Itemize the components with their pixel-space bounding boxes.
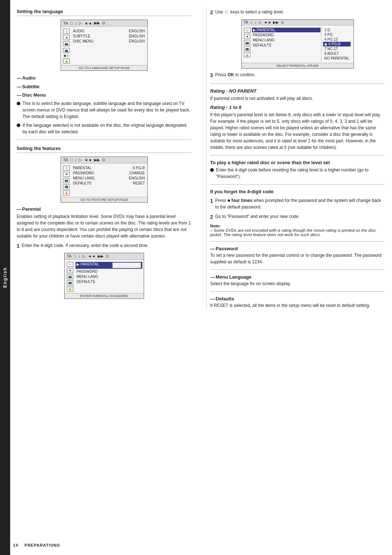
forget-step-2: 2 Go to "Password" and enter your new co… <box>210 213 385 221</box>
forget-step-2-num: 2 <box>210 213 213 221</box>
rating-1g: 1 G <box>323 28 350 32</box>
rating-noparent-heading: Rating - NO PARENT <box>210 88 385 94</box>
rating-6pgr: ◉ 6 PG-R <box>323 42 350 46</box>
screen-body-3: ♫ ◄ 📷 📺 🔒 ▶ PARENTAL ENTER CODE PASSWORD <box>65 260 144 293</box>
screen-body-4: ♫ ◄ 📷 📺 🔒 ▶ PARENTAL PASSWORD MENU LANG <box>242 25 354 63</box>
icon-audio-4: ♫ <box>244 28 250 33</box>
page-section: Preparations <box>25 543 60 547</box>
step-3-text: Press OK to confirm. <box>215 72 256 78</box>
icon-subtitle: ◄ <box>63 35 70 40</box>
menu-row-defaults: DEFAULTSRESET <box>72 181 146 186</box>
menu-row-password: PASSWORDCHANGE <box>72 171 146 175</box>
defaults-text: If RESET is selected, all the items in t… <box>210 302 385 309</box>
rating-noparent-text: If parental control is not activated, it… <box>210 95 385 102</box>
screen-footer-3: ENTER PARENTAL PASSWORD <box>65 293 144 299</box>
rating-1to8-heading: Rating - 1 to 8 <box>210 105 385 110</box>
step-2-row: 2 Use □ keys to select a rating level. <box>210 9 385 16</box>
bullet-icon-3 <box>210 168 214 172</box>
icons-col-4: ♫ ◄ 📷 📺 🔒 <box>243 27 251 61</box>
bullet-item-2: If the language selected is not availabl… <box>17 122 192 135</box>
bullet-icon-2 <box>17 123 20 127</box>
icon-lock: 🔒 <box>63 58 70 64</box>
note-block: Note: – Some DVDs are not encoded with a… <box>210 224 385 237</box>
screen-body-1: ♫ ◄ 📷 📺 ◉▷ 🔒 AUDIOENGLISH SUBTITLEENGLIS… <box>61 27 147 65</box>
icon-lock-2: 🔒 <box>63 190 70 195</box>
divider-7 <box>210 291 385 292</box>
screen-footer-1: GO TO LANGUAGE SETUP PAGE <box>61 65 147 70</box>
password-heading: Password <box>210 246 385 251</box>
rating-col: 1 G 3 PG 4 PG 13 ◉ 6 PG-R 7 NC-17 8 ADUL… <box>321 27 352 61</box>
bullet-text-1: This is to select the audio language, su… <box>23 100 192 120</box>
menu-row-password-4: PASSWORD <box>252 33 321 37</box>
step-1-num: 1 <box>17 242 20 250</box>
rating-7nc17: 7 NC-17 <box>323 46 350 51</box>
icon-camera-4: 📷 <box>244 40 250 45</box>
divider-4 <box>210 184 385 185</box>
icon-camera-3: 📷 <box>67 274 73 279</box>
menu-row-password-3: PASSWORD <box>75 269 142 274</box>
divider-3 <box>210 155 385 155</box>
menu-row-defaults-4: DEFAULTS <box>252 43 321 48</box>
step-3-num: 3 <box>210 72 213 79</box>
icon-audio-3: ♫ <box>67 262 73 267</box>
menu-row-menulang-3: MENU LANG <box>75 274 142 279</box>
side-tab-label: English <box>3 267 8 288</box>
screen-topbar-3: TA □ ♪ ▷ ◄◄ ▶▶ ⊙ <box>65 253 144 260</box>
forget-code-heading: If you forget the 4-digit code <box>210 189 385 194</box>
step-2-text: Use □ keys to select a rating level. <box>215 9 284 15</box>
dvd-screen-features: TA □ ♪ ▷ ◄◄ ▶▶ ⊙ ♫ ◄ 📷 📺 🔒 PARENTAL <box>61 157 148 203</box>
password-text: To set a new password for the parental c… <box>210 252 385 265</box>
left-column: Setting the language TA □ ♪ ▷ ◄◄ ▶▶ ⊙ ♫ … <box>17 7 195 310</box>
menu-col-3: ▶ PARENTAL ENTER CODE PASSWORD MENU LANG… <box>75 261 142 292</box>
menu-lang-heading: Menu Language <box>210 274 385 280</box>
screen-topbar-2: TA □ ♪ ▷ ◄◄ ▶▶ ⊙ <box>61 157 147 163</box>
bullet-item-1: This is to select the audio language, su… <box>17 100 192 120</box>
forget-step-2-text: Go to "Password" and enter your new code… <box>215 213 300 220</box>
menu-row-parental-4: ▶ PARENTAL <box>252 28 321 32</box>
dvd-screen-rating: TA □ ♪ ▷ ◄◄ ▶▶ ⊙ ♫ ◄ 📷 📺 🔒 ▶ PARENT <box>241 19 354 69</box>
enter-code-box: ENTER CODE <box>112 262 141 268</box>
icon-subtitle-3: ◄ <box>67 268 73 273</box>
divider-5 <box>210 241 385 242</box>
menu-row-defaults-3: DEFAULTS <box>75 279 142 284</box>
icon-tv-3: 📺 <box>67 280 73 285</box>
divider-6 <box>210 270 385 270</box>
parental-text: Enables setting of playback limitation l… <box>17 213 192 239</box>
icon-lock-4: 🔒 <box>244 52 250 57</box>
icons-col-3: ♫ ◄ 📷 📺 🔒 <box>66 261 74 292</box>
rating-4pg13: 4 PG 13 <box>323 37 350 42</box>
icon-camera-2: 📷 <box>63 178 70 183</box>
icon-audio: ♫ <box>63 29 70 34</box>
divider-2 <box>210 84 385 84</box>
page-num: 14 <box>13 543 18 547</box>
page-footer: 14 Preparations <box>13 543 60 548</box>
language-items: Audio Subtitle Disc Menu <box>17 74 192 99</box>
section-language-title: Setting the language <box>17 9 192 16</box>
icon-subtitle-4: ◄ <box>244 34 250 39</box>
rating-3pg: 3 PG <box>323 32 350 37</box>
icon-camera: 📷 <box>63 41 70 46</box>
to-play-text: Enter the 4-digit code before resetting … <box>216 167 385 180</box>
screen-footer-2: GO TO FEATURE SETUP PAGE <box>61 197 147 202</box>
menu-row-parental: PARENTAL6 PG-R <box>72 166 146 170</box>
rating-1to8-text: If the player's parental level is set be… <box>210 112 385 151</box>
dvd-screen-password-enter: TA □ ♪ ▷ ◄◄ ▶▶ ⊙ ♫ ◄ 📷 📺 🔒 ▶ PARENT <box>64 253 144 299</box>
icon-tv-4: 📺 <box>244 46 250 51</box>
rating-noparent: NO PARENTAL <box>323 56 350 61</box>
menu-row-menulang: MENU LANGENGLISH <box>72 176 146 181</box>
defaults-heading: Defaults <box>210 296 385 301</box>
menu-col-1: AUDIOENGLISH SUBTITLEENGLISH DISC MENUEN… <box>72 28 146 64</box>
forget-step-1-text: Press ■ four times when prompted for the… <box>215 197 385 210</box>
menu-col-2: PARENTAL6 PG-R PASSWORDCHANGE MENU LANGE… <box>72 165 146 195</box>
icon-subtitle-2: ◄ <box>63 172 70 177</box>
dvd-screen-language: TA □ ♪ ▷ ◄◄ ▶▶ ⊙ ♫ ◄ 📷 📺 ◉▷ 🔒 <box>61 20 148 71</box>
note-text: – Some DVDs are not encoded with a ratin… <box>210 228 385 237</box>
bullet-icon-1 <box>17 102 20 105</box>
step-1-text: Enter the 4-digit code. If necessary, en… <box>22 242 148 249</box>
to-play-heading: To play a higher rated disc or scene tha… <box>210 160 385 165</box>
ok-text: OK <box>228 72 234 77</box>
to-play-bullets: Enter the 4-digit code before resetting … <box>210 167 385 180</box>
menu-row-discmenu: DISC MENUENGLISH <box>72 39 146 44</box>
screen-footer-4: SELECT PARENTAL GRADE <box>242 63 354 68</box>
step-1-row: 1 Enter the 4-digit code. If necessary, … <box>17 242 192 250</box>
